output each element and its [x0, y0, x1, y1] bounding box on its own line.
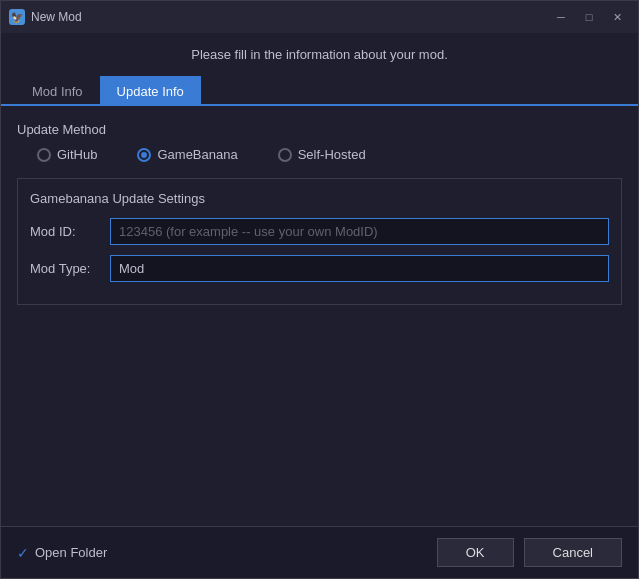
gamebanana-settings-section: Gamebanana Update Settings Mod ID: Mod T…	[17, 178, 622, 305]
radio-gamebanana-button[interactable]	[137, 148, 151, 162]
main-window: 🦅 New Mod ─ □ ✕ Please fill in the infor…	[0, 0, 639, 579]
radio-github[interactable]: GitHub	[37, 147, 97, 162]
update-method-radio-group: GitHub GameBanana Self-Hosted	[17, 147, 622, 162]
radio-gamebanana-label: GameBanana	[157, 147, 237, 162]
window-title: New Mod	[31, 10, 542, 24]
window-controls: ─ □ ✕	[548, 7, 630, 27]
radio-self-hosted[interactable]: Self-Hosted	[278, 147, 366, 162]
mod-type-row: Mod Type:	[30, 255, 609, 282]
tab-mod-info[interactable]: Mod Info	[15, 76, 100, 106]
header-message: Please fill in the information about you…	[1, 33, 638, 76]
ok-button[interactable]: OK	[437, 538, 514, 567]
app-icon: 🦅	[9, 9, 25, 25]
footer-buttons: OK Cancel	[437, 538, 622, 567]
tab-update-info[interactable]: Update Info	[100, 76, 201, 106]
cancel-button[interactable]: Cancel	[524, 538, 622, 567]
radio-github-button[interactable]	[37, 148, 51, 162]
radio-gamebanana-fill	[141, 152, 147, 158]
update-method-section: Update Method GitHub GameBanana Self	[17, 122, 622, 162]
maximize-button[interactable]: □	[576, 7, 602, 27]
mod-id-row: Mod ID:	[30, 218, 609, 245]
radio-github-label: GitHub	[57, 147, 97, 162]
radio-self-hosted-button[interactable]	[278, 148, 292, 162]
radio-gamebanana[interactable]: GameBanana	[137, 147, 237, 162]
mod-id-input[interactable]	[110, 218, 609, 245]
mod-id-label: Mod ID:	[30, 224, 102, 239]
checkmark-icon: ✓	[17, 545, 29, 561]
tab-bar: Mod Info Update Info	[1, 76, 638, 106]
open-folder-label: Open Folder	[35, 545, 107, 560]
footer: ✓ Open Folder OK Cancel	[1, 526, 638, 578]
mod-type-input[interactable]	[110, 255, 609, 282]
open-folder-checkbox[interactable]: ✓ Open Folder	[17, 545, 107, 561]
minimize-button[interactable]: ─	[548, 7, 574, 27]
gamebanana-settings-title: Gamebanana Update Settings	[30, 191, 609, 206]
close-button[interactable]: ✕	[604, 7, 630, 27]
radio-self-hosted-label: Self-Hosted	[298, 147, 366, 162]
title-bar: 🦅 New Mod ─ □ ✕	[1, 1, 638, 33]
update-method-title: Update Method	[17, 122, 622, 137]
tab-content: Update Method GitHub GameBanana Self	[1, 106, 638, 526]
mod-type-label: Mod Type:	[30, 261, 102, 276]
